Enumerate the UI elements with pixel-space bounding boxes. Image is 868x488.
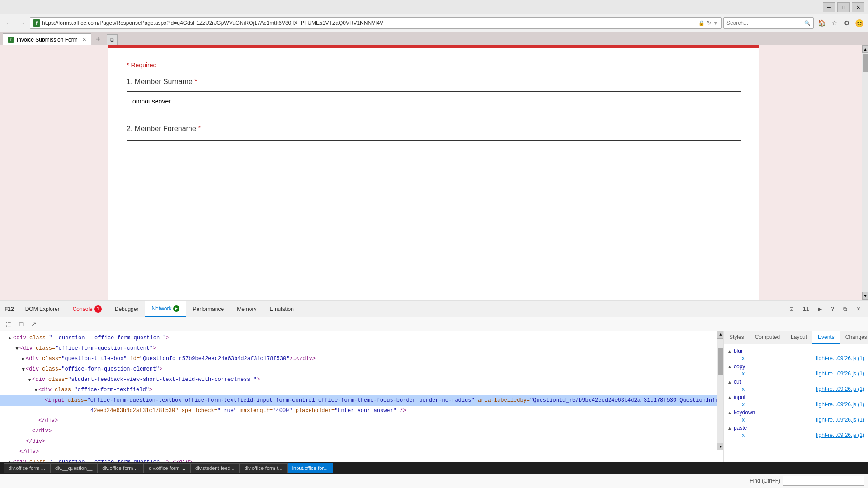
blur-link[interactable]: light-re...09f26.js (1) xyxy=(816,355,864,361)
dom-scroll-down[interactable]: ▼ xyxy=(717,443,723,450)
styles-tab-layout[interactable]: Layout xyxy=(785,331,812,344)
cut-triangle[interactable]: ▲ xyxy=(727,380,732,385)
new-tab-button[interactable]: + xyxy=(92,33,104,45)
breadcrumb-item-2[interactable]: div.office-form-... xyxy=(97,463,144,473)
event-paste: ▲ paste x light-re...09f26.js (1) xyxy=(727,425,864,438)
input-triangle[interactable]: ▲ xyxy=(727,395,732,400)
layout-icon-button[interactable]: ⊡ xyxy=(786,304,797,314)
keydown-link[interactable]: light-re...09f26.js (1) xyxy=(816,417,864,423)
console-error-badge: 1 xyxy=(94,305,102,313)
scroll-down-button[interactable]: ▼ xyxy=(862,292,868,300)
search-input[interactable] xyxy=(726,20,804,26)
dom-line-6[interactable]: ▶<div class="office-form-textfield"> xyxy=(0,385,723,395)
settings-button[interactable]: ⚙ xyxy=(841,17,853,29)
dom-line-9[interactable]: ▶</div> xyxy=(0,426,723,436)
minimize-button[interactable]: ─ xyxy=(823,2,835,12)
lock-icon: 🔒 xyxy=(698,20,705,26)
dom-line-4[interactable]: ▶<div class="office-form-question-elemen… xyxy=(0,364,723,375)
select-element-button[interactable]: ↗ xyxy=(29,319,39,329)
event-input: ▲ input x light-re...09f26.js (1) xyxy=(727,394,864,408)
input-x[interactable]: x xyxy=(742,401,745,408)
dom-line-2[interactable]: ▶<div class="office-form-question-conten… xyxy=(0,343,723,354)
breadcrumb-item-4[interactable]: div.student-feed... xyxy=(190,463,240,473)
favorites-button[interactable]: ☆ xyxy=(828,17,840,29)
copy-triangle[interactable]: ▲ xyxy=(727,364,732,369)
inspect-element-button[interactable]: ⬚ xyxy=(4,319,14,329)
arrow-button[interactable]: ▶ xyxy=(814,304,826,314)
paste-triangle[interactable]: ▲ xyxy=(727,426,732,431)
input-label: input xyxy=(734,394,745,400)
devtools-close-button[interactable]: ✕ xyxy=(853,304,864,314)
dom-scroll-up[interactable]: ▲ xyxy=(717,331,723,339)
scroll-thumb[interactable] xyxy=(863,54,868,72)
dom-line-8[interactable]: ▶</div> xyxy=(0,416,723,426)
dom-line-1[interactable]: ▶<div class="__question__ office-form-qu… xyxy=(0,333,723,343)
devtools-panel: F12 DOM Explorer Console 1 Debugger Netw… xyxy=(0,300,868,488)
dom-line-5[interactable]: ▶<div class="student-feedback-view-short… xyxy=(0,375,723,385)
tab-console[interactable]: Console 1 xyxy=(66,301,108,317)
tab-network[interactable]: Network ▶ xyxy=(145,301,186,317)
dom-scrollbar[interactable]: ▲ ▼ xyxy=(717,331,723,450)
detach-button[interactable]: ⧉ xyxy=(840,304,851,314)
browser-tab-active[interactable]: f Invoice Submission Form ✕ xyxy=(3,33,91,45)
dom-line-7[interactable]: ▶<input class="office-form-question-text… xyxy=(0,395,723,406)
styles-tab-events[interactable]: Events xyxy=(812,331,840,344)
search-icon[interactable]: 🔍 xyxy=(804,20,811,26)
input-link[interactable]: light-re...09f26.js (1) xyxy=(816,401,864,408)
paste-link[interactable]: light-re...09f26.js (1) xyxy=(816,432,864,438)
dom-line-3[interactable]: ▶<div class="question-title-box" id="Que… xyxy=(0,354,723,364)
back-button[interactable]: ← xyxy=(3,17,14,29)
devtools-toolbar: F12 DOM Explorer Console 1 Debugger Netw… xyxy=(0,301,868,317)
breadcrumb-item-6[interactable]: input.office-for... xyxy=(288,463,333,473)
tab-debugger[interactable]: Debugger xyxy=(108,301,146,317)
home-button[interactable]: 🏠 xyxy=(816,17,827,29)
blur-triangle[interactable]: ▲ xyxy=(727,349,732,354)
member-surname-input[interactable] xyxy=(127,91,741,111)
input-detail-row: x light-re...09f26.js (1) xyxy=(727,401,864,408)
blur-x[interactable]: x xyxy=(742,355,745,361)
tab-performance[interactable]: Performance xyxy=(186,301,231,317)
paste-x[interactable]: x xyxy=(742,432,745,438)
copy-x[interactable]: x xyxy=(742,371,745,377)
dom-scroll-thumb[interactable] xyxy=(718,348,723,375)
copy-link[interactable]: light-re...09f26.js (1) xyxy=(816,371,864,377)
tab-close-button[interactable]: ✕ xyxy=(82,37,86,42)
scroll-up-button[interactable]: ▲ xyxy=(862,45,868,53)
address-dropdown-icon[interactable]: ▼ xyxy=(713,20,718,26)
breadcrumb-item-0[interactable]: div.office-form-... xyxy=(4,463,50,473)
styles-tab-changes[interactable]: Changes xyxy=(840,331,868,344)
styles-tab-styles[interactable]: Styles xyxy=(724,331,750,344)
close-button[interactable]: ✕ xyxy=(852,2,864,12)
page-scrollbar[interactable]: ▲ ▼ › xyxy=(862,45,868,300)
tab-dom-explorer[interactable]: DOM Explorer xyxy=(19,301,66,317)
maximize-button[interactable]: □ xyxy=(837,2,850,12)
f12-label: F12 xyxy=(0,302,19,316)
find-input[interactable] xyxy=(783,476,864,486)
cut-x[interactable]: x xyxy=(742,386,745,392)
required-text: *Required xyxy=(127,61,741,69)
dom-line-12[interactable]: ▶<div class="__question__ office-form-qu… xyxy=(0,457,723,462)
breadcrumb-item-5[interactable]: div.office-form-t... xyxy=(240,463,288,473)
scroll-track xyxy=(862,53,868,292)
dom-line-10[interactable]: ▶</div> xyxy=(0,436,723,447)
keydown-triangle[interactable]: ▲ xyxy=(727,410,732,415)
new-window-btn[interactable]: ⧉ xyxy=(107,34,118,45)
address-bar[interactable]: f https://forms.office.com/Pages/Respons… xyxy=(30,17,722,29)
tab-emulation[interactable]: Emulation xyxy=(264,301,301,317)
styles-tab-computed[interactable]: Computed xyxy=(750,331,785,344)
forward-button[interactable]: → xyxy=(16,17,28,29)
refresh-icon[interactable]: ↻ xyxy=(707,20,711,26)
search-bar[interactable]: 🔍 xyxy=(723,17,814,29)
dom-line-11[interactable]: ▶</div> xyxy=(0,447,723,457)
help-button[interactable]: ? xyxy=(827,304,838,314)
triangle-icon: ▶ xyxy=(19,368,27,371)
breadcrumb-item-3[interactable]: div.office-form-... xyxy=(144,463,190,473)
cut-link[interactable]: light-re...09f26.js (1) xyxy=(816,386,864,392)
tab-memory[interactable]: Memory xyxy=(231,301,263,317)
question2-required-star: * xyxy=(198,125,201,132)
member-forename-input[interactable] xyxy=(127,140,741,160)
breadcrumb-item-1[interactable]: div.__question__ xyxy=(50,463,97,473)
feedback-button[interactable]: 😊 xyxy=(854,17,865,29)
box-model-button[interactable]: □ xyxy=(16,319,26,329)
keydown-x[interactable]: x xyxy=(742,417,745,423)
